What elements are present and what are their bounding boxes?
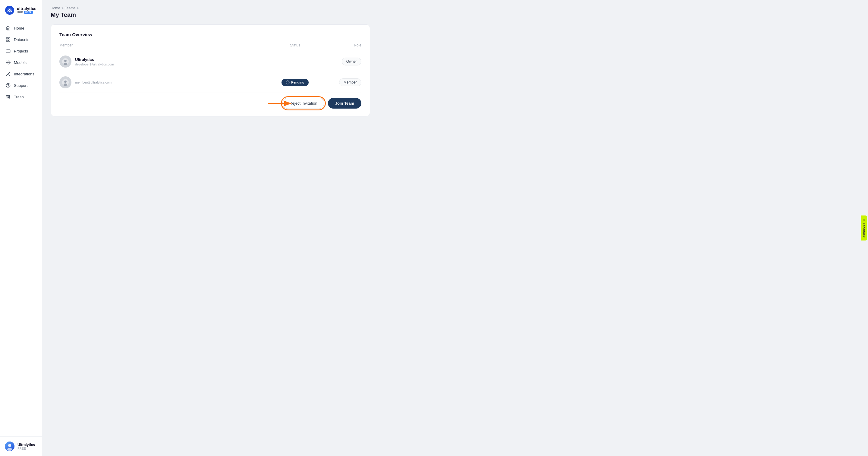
integrations-icon <box>5 71 11 77</box>
member-info: Ultralytics developer@ultralytics.com <box>59 56 265 67</box>
member-status: Pending <box>265 79 325 86</box>
svg-point-2 <box>9 11 10 12</box>
sidebar-item-models-label: Models <box>14 60 27 65</box>
table-row: Ultralytics developer@ultralytics.com Ow… <box>59 51 361 72</box>
sidebar-bottom: Ultralytics FREE <box>0 436 42 456</box>
team-overview-title: Team Overview <box>59 32 361 37</box>
user-info: Ultralytics FREE <box>18 443 35 450</box>
pending-spinner <box>286 81 290 84</box>
sidebar-item-models[interactable]: Models <box>0 57 42 68</box>
projects-icon <box>5 48 11 54</box>
svg-rect-6 <box>8 40 10 41</box>
sidebar-item-trash-label: Trash <box>14 95 24 99</box>
arrow-annotation <box>267 98 294 109</box>
feedback-tab[interactable]: ☺ Feedback <box>861 215 867 240</box>
svg-point-14 <box>7 448 12 451</box>
member-name: Ultralytics <box>75 57 114 62</box>
sidebar-item-home[interactable]: Home <box>0 22 42 34</box>
role-badge: Member <box>339 78 361 86</box>
sidebar-item-projects-label: Projects <box>14 49 28 53</box>
user-name: Ultralytics <box>18 443 35 447</box>
avatar <box>5 441 14 451</box>
sidebar-logo[interactable]: ultralytics HUB BETA <box>0 0 42 20</box>
sidebar-item-datasets-label: Datasets <box>14 37 29 42</box>
svg-rect-4 <box>8 38 10 39</box>
join-team-button[interactable]: Join Team <box>328 98 361 109</box>
breadcrumb-teams[interactable]: Teams <box>65 6 75 10</box>
table-row: member@ultralytics.com Pending Member <box>59 72 361 93</box>
role-badge: Owner <box>342 58 361 65</box>
sidebar-item-datasets[interactable]: Datasets <box>0 34 42 45</box>
svg-rect-5 <box>6 40 8 41</box>
breadcrumb: Home > Teams > <box>51 6 860 10</box>
sidebar-item-integrations[interactable]: Integrations <box>0 68 42 80</box>
user-plan: FREE <box>18 447 35 450</box>
avatar <box>59 56 71 67</box>
svg-point-19 <box>64 81 67 83</box>
sidebar-item-trash[interactable]: Trash <box>0 91 42 103</box>
feedback-emoji: ☺ <box>862 218 866 222</box>
sidebar-item-support[interactable]: Support <box>0 80 42 91</box>
home-icon <box>5 25 11 31</box>
member-details: member@ultralytics.com <box>75 81 112 84</box>
trash-icon <box>5 94 11 99</box>
col-status: Status <box>265 43 325 47</box>
member-email: member@ultralytics.com <box>75 81 112 84</box>
user-profile[interactable]: Ultralytics FREE <box>5 441 37 451</box>
support-icon <box>5 83 11 88</box>
main-content: Home > Teams > My Team Team Overview Mem… <box>42 0 868 456</box>
team-card: Team Overview Member Status Role Ultraly… <box>51 24 370 116</box>
member-role: Owner <box>325 58 361 65</box>
models-icon <box>5 60 11 65</box>
sidebar-item-integrations-label: Integrations <box>14 72 34 76</box>
pending-label: Pending <box>291 81 304 84</box>
arrow-icon <box>267 98 294 109</box>
logo-subtitle: HUB BETA <box>17 11 36 14</box>
sidebar-item-projects[interactable]: Projects <box>0 45 42 57</box>
page-title: My Team <box>51 11 860 19</box>
datasets-icon <box>5 37 11 42</box>
member-role: Member <box>325 78 361 86</box>
sidebar: ultralytics HUB BETA Home <box>0 0 42 456</box>
sidebar-item-home-label: Home <box>14 26 24 30</box>
svg-point-7 <box>7 62 9 63</box>
feedback-label: Feedback <box>862 223 866 238</box>
avatar <box>59 76 71 88</box>
col-member: Member <box>59 43 265 47</box>
svg-rect-3 <box>6 38 8 39</box>
col-role: Role <box>325 43 361 47</box>
breadcrumb-home[interactable]: Home <box>51 6 60 10</box>
member-info: member@ultralytics.com <box>59 76 265 88</box>
sidebar-item-support-label: Support <box>14 83 28 88</box>
beta-badge: BETA <box>24 11 33 14</box>
svg-point-13 <box>8 444 11 447</box>
table-header: Member Status Role <box>59 43 361 50</box>
member-email: developer@ultralytics.com <box>75 62 114 66</box>
svg-point-16 <box>64 60 67 62</box>
pending-badge: Pending <box>281 79 308 86</box>
action-row: Reject Invitation Join Team <box>59 98 361 109</box>
logo-title: ultralytics <box>17 7 36 11</box>
sidebar-nav: Home Datasets Projects <box>0 20 42 436</box>
member-details: Ultralytics developer@ultralytics.com <box>75 57 114 66</box>
